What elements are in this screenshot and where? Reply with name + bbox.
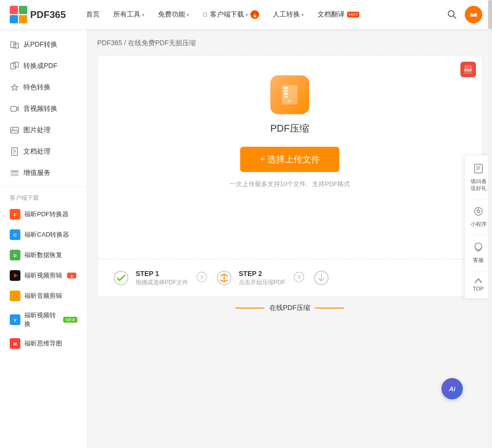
- hot-badge: HOT: [347, 12, 359, 17]
- vip-icon: [10, 168, 19, 178]
- step2-exchange-icon: [215, 269, 233, 287]
- logo[interactable]: PDF365: [10, 6, 66, 23]
- step1-check-icon: [112, 269, 130, 287]
- sidebar-client-label-recovery: 福昕数据恢复: [24, 251, 62, 259]
- nav-all-tools-arrow: ▾: [142, 12, 144, 17]
- sidebar-client-label-video-edit: 福昕视频剪辑: [24, 271, 62, 280]
- section-hint: 在线PDF压缩: [97, 304, 482, 312]
- sidebar-client-label-pdf: 福昕PDF转换器: [24, 210, 69, 219]
- upload-title: PDF压缩: [270, 122, 309, 135]
- sidebar-item-from-pdf[interactable]: 从PDF转换: [0, 34, 87, 55]
- service-icon: [473, 242, 484, 255]
- audio-icon: ♪: [10, 291, 20, 301]
- ai-badge[interactable]: Ai: [441, 378, 463, 399]
- header: PDF365 首页 所有工具 ▾ 免费功能 ▾ ⊡ 客户端下载 ▾ 🔥 人工转换…: [0, 0, 492, 29]
- float-survey-label: 填问卷送好礼: [471, 178, 487, 192]
- svg-rect-23: [11, 175, 18, 176]
- svg-text:C: C: [14, 233, 17, 238]
- svg-text:F: F: [14, 212, 17, 217]
- float-service-btn[interactable]: 客服: [466, 238, 491, 268]
- breadcrumb: PDF365 / 在线免费PDF无损压缩: [97, 39, 482, 48]
- svg-rect-1: [19, 6, 27, 14]
- special-icon: [10, 83, 19, 92]
- svg-rect-21: [11, 172, 18, 173]
- svg-rect-44: [284, 96, 288, 98]
- sidebar-client-pdf[interactable]: F 福昕PDF转换器: [0, 204, 87, 224]
- sidebar-client-audio[interactable]: ♪ 福昕音频剪辑: [0, 286, 87, 306]
- svg-rect-10: [11, 63, 16, 69]
- sidebar-label-special: 特色转换: [23, 83, 51, 92]
- hint-line-left: [235, 308, 264, 309]
- step1-text: STEP 1 拖拽或选择PDF文件: [136, 270, 188, 287]
- sidebar-item-to-pdf[interactable]: 转换成PDF: [0, 55, 87, 77]
- svg-text:PDF: PDF: [464, 68, 472, 72]
- pdf-badge: PDF: [460, 62, 476, 77]
- sidebar-client-cad[interactable]: C 福昕CAD转换器: [0, 224, 87, 245]
- float-top-btn[interactable]: TOP: [466, 274, 491, 294]
- miniapp-icon: [473, 206, 484, 219]
- logo-text: PDF365: [30, 9, 66, 20]
- nav-free[interactable]: 免费功能 ▾: [152, 7, 195, 22]
- sidebar-item-image[interactable]: 图片处理: [0, 120, 87, 141]
- nav-download-arrow: ▾: [246, 12, 248, 17]
- upload-button[interactable]: + 选择上传文件: [240, 147, 339, 172]
- svg-text:♪: ♪: [14, 293, 17, 299]
- step-arrow-2: [293, 271, 305, 285]
- av-icon: [10, 104, 19, 114]
- svg-rect-41: [284, 87, 288, 89]
- sidebar-client-mindmap[interactable]: M 福昕思维导图: [0, 333, 87, 354]
- step-2: STEP 2 点击开始压缩PDF: [215, 269, 285, 287]
- float-survey-btn[interactable]: 填问卷送好礼: [466, 159, 491, 196]
- scrollbar-thumb: [488, 0, 492, 29]
- float-miniapp-label: 小程序: [471, 221, 487, 228]
- svg-text:D: D: [14, 253, 17, 258]
- nav-home[interactable]: 首页: [80, 7, 105, 22]
- top-chevron-icon: [474, 277, 483, 286]
- sidebar-client-video-edit[interactable]: 福昕视频剪辑 🔥: [0, 265, 87, 286]
- sidebar-item-av[interactable]: 音视频转换: [0, 98, 87, 120]
- sidebar-client-video-convert[interactable]: V 福昕视频转换 NEW: [0, 306, 87, 333]
- user-avatar[interactable]: [465, 6, 482, 23]
- from-pdf-icon: [10, 40, 19, 50]
- step1-desc: 拖拽或选择PDF文件: [136, 278, 188, 287]
- step2-label: STEP 2: [239, 270, 285, 277]
- ai-label: Ai: [449, 385, 456, 393]
- new-badge: NEW: [63, 317, 77, 323]
- step-3: [313, 269, 330, 287]
- nav-human-convert[interactable]: 人工转换 ▾: [267, 7, 310, 22]
- nav-all-tools[interactable]: 所有工具 ▾: [107, 7, 150, 22]
- search-button[interactable]: [443, 6, 461, 23]
- svg-rect-22: [11, 174, 18, 174]
- svg-point-4: [448, 11, 454, 17]
- sidebar-item-vip[interactable]: 增值服务: [0, 162, 87, 184]
- nav-translate[interactable]: 文档翻译 HOT: [312, 7, 365, 22]
- svg-rect-53: [474, 164, 482, 173]
- page-scrollbar[interactable]: [488, 0, 492, 448]
- nav-download[interactable]: ⊡ 客户端下载 ▾ 🔥: [197, 7, 265, 22]
- pdf-converter-icon: F: [10, 209, 20, 220]
- sidebar-item-special[interactable]: 特色转换: [0, 77, 87, 98]
- svg-rect-3: [19, 15, 27, 23]
- sidebar-client-recovery[interactable]: D 福昕数据恢复: [0, 245, 87, 265]
- svg-rect-0: [10, 6, 18, 14]
- upload-card: PDF P PDF压缩 + 选择上传文件 一次上传最多支持10个文件、支持PDF…: [97, 55, 482, 259]
- svg-rect-20: [11, 171, 18, 172]
- svg-rect-43: [284, 93, 288, 95]
- video-convert-icon: V: [10, 314, 20, 325]
- mindmap-icon: M: [10, 338, 20, 349]
- sidebar-label-image: 图片处理: [23, 126, 51, 135]
- fire-badge: 🔥: [250, 10, 259, 19]
- svg-point-46: [114, 271, 128, 285]
- step3-download-icon: [313, 269, 330, 287]
- float-miniapp-btn[interactable]: 小程序: [466, 202, 491, 232]
- svg-marker-13: [17, 107, 18, 111]
- svg-rect-42: [284, 90, 288, 92]
- sidebar-client-label-cad: 福昕CAD转换器: [24, 230, 69, 239]
- search-icon: [447, 10, 457, 19]
- svg-rect-2: [10, 15, 18, 23]
- sidebar-label-doc: 文档处理: [23, 147, 51, 156]
- float-service-label: 客服: [473, 257, 484, 264]
- sidebar-item-doc[interactable]: 文档处理: [0, 141, 87, 162]
- sidebar: 从PDF转换 转换成PDF 特色转换 音视频转换 图片处理: [0, 29, 88, 448]
- logo-icon: [10, 6, 27, 23]
